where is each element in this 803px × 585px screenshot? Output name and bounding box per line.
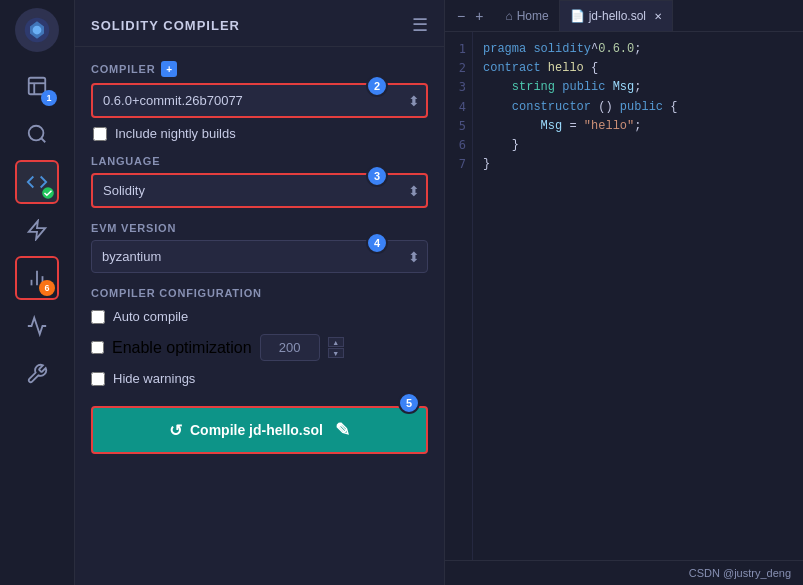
line-numbers: 1 2 3 4 5 6 7	[445, 32, 473, 560]
hide-warnings-label: Hide warnings	[113, 371, 195, 386]
auto-compile-row: Auto compile	[91, 309, 428, 324]
evm-select-wrapper: 4 byzantium ⬍	[91, 240, 428, 273]
analysis-badge: 6	[39, 280, 55, 296]
file-icon: 📄	[570, 9, 585, 23]
code-line-6: }	[483, 136, 793, 155]
tab-file-label: jd-hello.sol	[589, 9, 646, 23]
sidebar-item-compiler[interactable]	[15, 160, 59, 204]
tab-close-icon[interactable]: ✕	[654, 11, 662, 22]
footer-text: CSDN @justry_deng	[689, 567, 791, 579]
optimization-checkbox[interactable]	[91, 341, 104, 354]
config-section: COMPILER CONFIGURATION Auto compile Enab…	[91, 287, 428, 386]
sidebar: 1 6	[0, 0, 75, 585]
zoom-controls: − +	[445, 4, 495, 28]
code-line-1: pragma solidity^0.6.0;	[483, 40, 793, 59]
sidebar-item-wrench[interactable]	[15, 352, 59, 396]
compiler-panel: SOLIDITY COMPILER ☰ COMPILER + 2 0.6.0+c…	[75, 0, 445, 585]
hide-warnings-checkbox[interactable]	[91, 372, 105, 386]
sidebar-item-settings[interactable]	[15, 304, 59, 348]
code-line-5: Msg = "hello";	[483, 117, 793, 136]
compiler-section: COMPILER + 2 0.6.0+commit.26b70077 ⬍ Inc…	[91, 61, 428, 141]
nightly-builds-row: Include nightly builds	[93, 126, 428, 141]
badge-4: 4	[366, 232, 388, 254]
editor-content: 1 2 3 4 5 6 7 pragma solidity^0.6.0; con…	[445, 32, 803, 560]
compile-button[interactable]: ↺ Compile jd-hello.sol ✎	[91, 406, 428, 454]
language-select-wrapper: 3 Solidity ⬍	[91, 173, 428, 208]
svg-point-1	[33, 26, 42, 35]
sidebar-item-analysis[interactable]: 6	[15, 256, 59, 300]
compile-button-label: Compile jd-hello.sol	[190, 422, 323, 438]
badge-5: 5	[398, 392, 420, 414]
svg-marker-8	[29, 221, 46, 239]
tab-file[interactable]: 📄 jd-hello.sol ✕	[559, 0, 673, 31]
optimization-row: Enable optimization ▲ ▼	[91, 334, 428, 361]
nightly-builds-label: Include nightly builds	[115, 126, 236, 141]
hide-warnings-row: Hide warnings	[91, 371, 428, 386]
editor-area: − + ⌂ Home 📄 jd-hello.sol ✕ 1 2 3 4 5 6 …	[445, 0, 803, 585]
sidebar-item-deploy[interactable]	[15, 208, 59, 252]
sidebar-item-search[interactable]	[15, 112, 59, 156]
optimization-value[interactable]	[260, 334, 320, 361]
logo	[15, 8, 59, 52]
sidebar-item-files[interactable]: 1	[15, 64, 59, 108]
zoom-in-button[interactable]: +	[471, 4, 487, 28]
compiler-select-wrapper: 2 0.6.0+commit.26b70077 ⬍	[91, 83, 428, 118]
optimization-stepper: ▲ ▼	[328, 337, 344, 358]
editor-tabs: − + ⌂ Home 📄 jd-hello.sol ✕	[445, 0, 803, 32]
tab-home[interactable]: ⌂ Home	[495, 1, 558, 31]
badge-3: 3	[366, 165, 388, 187]
compile-btn-wrapper: 5 ↺ Compile jd-hello.sol ✎	[91, 400, 428, 454]
optimization-label: Enable optimization	[112, 339, 252, 357]
panel-title: SOLIDITY COMPILER	[91, 18, 240, 33]
home-icon: ⌂	[505, 9, 512, 23]
editor-footer: CSDN @justry_deng	[445, 560, 803, 585]
code-line-2: contract hello {	[483, 59, 793, 78]
language-section: LANGUAGE 3 Solidity ⬍	[91, 155, 428, 208]
menu-icon[interactable]: ☰	[412, 14, 428, 36]
panel-header: SOLIDITY COMPILER ☰	[75, 0, 444, 47]
svg-point-5	[29, 126, 44, 141]
evm-section: EVM VERSION 4 byzantium ⬍	[91, 222, 428, 273]
config-title: COMPILER CONFIGURATION	[91, 287, 428, 299]
zoom-out-button[interactable]: −	[453, 4, 469, 28]
nightly-builds-checkbox[interactable]	[93, 127, 107, 141]
panel-body: COMPILER + 2 0.6.0+commit.26b70077 ⬍ Inc…	[75, 47, 444, 468]
svg-point-7	[42, 187, 54, 199]
svg-line-6	[41, 138, 45, 142]
code-line-4: constructor () public {	[483, 98, 793, 117]
code-editor[interactable]: pragma solidity^0.6.0; contract hello { …	[473, 32, 803, 560]
files-badge: 1	[41, 90, 57, 106]
badge-2: 2	[366, 75, 388, 97]
cursor-icon: ✎	[335, 419, 350, 441]
tab-home-label: Home	[517, 9, 549, 23]
compiler-add-icon[interactable]: +	[161, 61, 177, 77]
opt-down-button[interactable]: ▼	[328, 348, 344, 358]
code-line-7: }	[483, 155, 793, 174]
code-line-3: string public Msg;	[483, 78, 793, 97]
opt-up-button[interactable]: ▲	[328, 337, 344, 347]
auto-compile-label: Auto compile	[113, 309, 188, 324]
auto-compile-checkbox[interactable]	[91, 310, 105, 324]
compile-refresh-icon: ↺	[169, 421, 182, 440]
